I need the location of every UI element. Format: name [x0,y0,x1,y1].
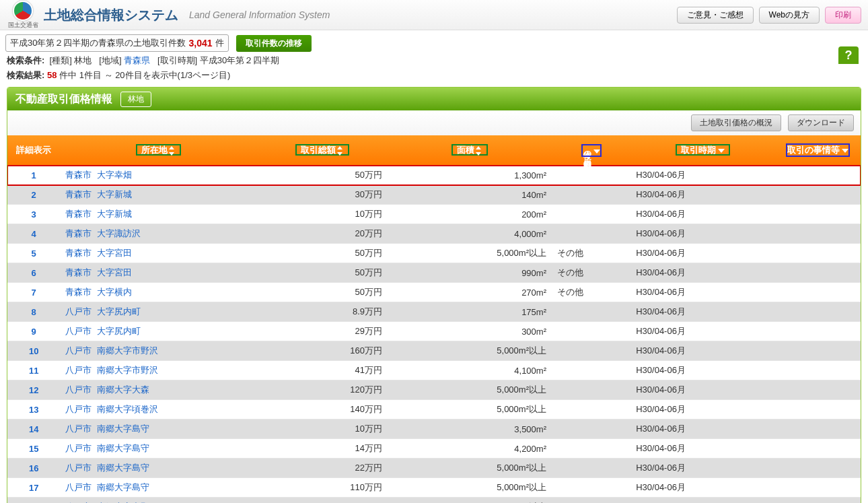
city-link[interactable]: 青森市 [65,189,92,199]
howto-button[interactable]: Webの見方 [759,7,820,24]
res-text: 件中 1件目 ～ 20件目を表示中(1/3ページ目) [59,70,230,80]
detail-link[interactable]: 3 [32,209,36,220]
address-link[interactable]: 大字新城 [97,189,132,199]
detail-link[interactable]: 4 [32,229,36,239]
detail-link[interactable]: 17 [29,483,38,493]
trend-button[interactable]: 取引件数の推移 [236,35,312,52]
address-link[interactable]: 大字新城 [97,209,132,219]
detail-link[interactable]: 14 [29,424,38,434]
city-link[interactable]: 八戸市 [65,306,92,316]
detail-link[interactable]: 13 [29,405,38,415]
address-link[interactable]: 大字尻内町 [97,326,141,336]
area-cell: 5,000m²以上 [388,498,552,504]
circ-cell [775,439,861,459]
help-button[interactable]: ? [838,46,859,64]
address-link[interactable]: 南郷大字島守 [97,443,149,453]
price-cell: 14万円 [256,439,388,459]
address-link[interactable]: 南郷大字島守 [97,424,149,434]
period-cell: H30/04-06月 [630,459,775,478]
price-cell: 50万円 [256,244,388,263]
purpose-cell: その他 [552,283,630,302]
area-cell: 300m² [388,322,552,341]
col-circ[interactable]: 取引の事情等 [775,135,861,166]
period-cell: H30/04-06月 [630,263,775,283]
detail-link[interactable]: 6 [32,268,36,278]
download-button[interactable]: ダウンロード [788,114,854,131]
purpose-cell [552,322,630,341]
address-link[interactable]: 大字宮田 [97,267,132,277]
city-link[interactable]: 八戸市 [65,345,92,356]
city-link[interactable]: 八戸市 [65,443,92,453]
purpose-cell [552,459,630,478]
detail-link[interactable]: 1 [32,170,36,180]
purpose-cell: その他 [552,263,630,283]
area-cell: 175m² [388,302,552,322]
city-link[interactable]: 八戸市 [65,463,92,473]
city-link[interactable]: 八戸市 [65,424,92,434]
address-link[interactable]: 南郷大字島守 [97,482,149,492]
city-link[interactable]: 青森市 [65,287,92,297]
city-link[interactable]: 青森市 [65,209,92,219]
detail-link[interactable]: 5 [32,248,36,259]
table-row: 2青森市 大字新城30万円140m²H30/04-06月 [7,185,861,205]
detail-link[interactable]: 10 [29,346,38,356]
period-cell: H30/04-06月 [630,244,775,263]
detail-link[interactable]: 7 [32,288,36,298]
table-row: 11八戸市 南郷大字市野沢41万円4,100m²H30/04-06月 [7,361,861,380]
col-period[interactable]: 取引時期 [630,135,775,166]
col-location[interactable]: 所在地 [60,135,256,166]
city-link[interactable]: 青森市 [65,228,92,238]
feedback-button[interactable]: ご意見・ご感想 [677,7,754,24]
purpose-cell [552,478,630,498]
address-link[interactable]: 南郷大字市野沢 [97,345,158,356]
detail-link[interactable]: 12 [29,385,38,395]
price-cell: 160万円 [256,341,388,361]
detail-link[interactable]: 16 [29,463,38,473]
summary-prefix: 平成30年第２四半期の青森県の土地取引件数 [10,37,186,49]
purpose-cell [552,341,630,361]
address-link[interactable]: 南郷大字市野沢 [97,365,158,375]
sort-down-icon [842,149,848,153]
col-purpose[interactable]: 今後の利用目的 [552,135,630,166]
city-link[interactable]: 青森市 [65,267,92,277]
period-cell: H30/04-06月 [630,498,775,504]
price-cell: 140万円 [256,400,388,420]
city-link[interactable]: 青森市 [65,248,92,258]
address-link[interactable]: 南郷大字頃巻沢 [97,404,158,414]
city-link[interactable]: 八戸市 [65,384,92,395]
address-link[interactable]: 大字諏訪沢 [97,228,141,238]
col-area[interactable]: 面積 [388,135,552,166]
circ-cell [775,459,861,478]
overview-button[interactable]: 土地取引価格の概況 [691,114,781,131]
summary-suffix: 件 [215,37,224,49]
circ-cell [775,283,861,302]
address-link[interactable]: 大字幸畑 [97,170,132,180]
address-link[interactable]: 南郷大字大森 [97,384,149,395]
detail-link[interactable]: 8 [32,307,36,317]
detail-link[interactable]: 11 [29,366,38,376]
city-link[interactable]: 青森市 [65,170,92,180]
print-button[interactable]: 印刷 [825,7,861,24]
area-cell: 5,000m²以上 [388,244,552,263]
address-link[interactable]: 大字宮田 [97,248,132,258]
city-link[interactable]: 八戸市 [65,482,92,492]
detail-link[interactable]: 9 [32,327,36,337]
area-cell: 5,000m²以上 [388,459,552,478]
search-conditions: 検索条件: [種類] 林地 [地域] 青森県 [取引時期] 平成30年第２四半期 [7,55,861,67]
city-link[interactable]: 八戸市 [65,365,92,375]
table-row: 15八戸市 南郷大字島守14万円4,200m²H30/04-06月 [7,439,861,459]
price-cell: 8.9万円 [256,302,388,322]
circ-cell [775,380,861,400]
col-price[interactable]: 取引総額 [256,135,388,166]
address-link[interactable]: 南郷大字島守 [97,463,149,473]
cond-region-link[interactable]: 青森県 [124,55,150,65]
detail-link[interactable]: 2 [32,190,36,200]
period-cell: H30/04-06月 [630,166,775,185]
area-cell: 990m² [388,263,552,283]
address-link[interactable]: 大字横内 [97,287,132,297]
city-link[interactable]: 八戸市 [65,404,92,414]
detail-link[interactable]: 15 [29,444,38,454]
address-link[interactable]: 大字尻内町 [97,306,141,316]
circ-cell [775,400,861,420]
city-link[interactable]: 八戸市 [65,326,92,336]
